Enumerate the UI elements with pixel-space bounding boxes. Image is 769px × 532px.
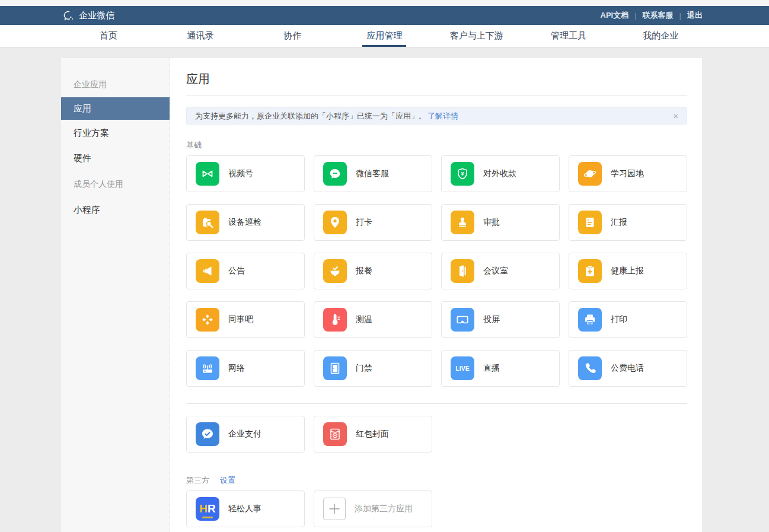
tab-contacts[interactable]: 通讯录 bbox=[154, 25, 246, 47]
app-card-red-packet-cover[interactable]: 红包封面 bbox=[314, 416, 432, 453]
app-card-device-inspection[interactable]: 设备巡检 bbox=[186, 204, 305, 241]
app-card-screen-cast[interactable]: 投屏 bbox=[441, 301, 560, 338]
sidebar-item-industry-solutions[interactable]: 行业方案 bbox=[61, 120, 170, 145]
sidebar-item-mini-programs[interactable]: 小程序 bbox=[61, 197, 170, 222]
topbar-links: API文档 | 联系客服 | 退出 bbox=[601, 10, 703, 21]
app-card-channels[interactable]: 视频号 bbox=[186, 155, 305, 192]
app-card-phone-call[interactable]: 公费电话 bbox=[569, 350, 687, 387]
section-divider bbox=[186, 403, 687, 404]
meal-bowl-icon bbox=[323, 259, 347, 283]
clipboard-plus-icon bbox=[578, 259, 602, 283]
app-label: 网络 bbox=[228, 363, 245, 374]
app-label: 微信客服 bbox=[356, 168, 389, 179]
app-card-colleagues-bar[interactable]: 同事吧 bbox=[186, 301, 305, 338]
app-card-learning-garden[interactable]: 学习园地 bbox=[569, 155, 687, 192]
phone-icon bbox=[578, 356, 602, 380]
sidebar-header-personal-use: 成员个人使用 bbox=[61, 171, 170, 197]
svg-text:¥: ¥ bbox=[461, 171, 464, 177]
tab-collaboration[interactable]: 协作 bbox=[247, 25, 339, 47]
hr-letter-r: R bbox=[208, 502, 216, 515]
red-packet-icon bbox=[323, 422, 347, 446]
tab-admin-tools[interactable]: 管理工具 bbox=[522, 25, 614, 47]
basic-label-text: 基础 bbox=[186, 140, 202, 151]
close-icon[interactable]: × bbox=[673, 111, 678, 121]
app-label: 公告 bbox=[228, 266, 245, 276]
app-label: 会议室 bbox=[483, 266, 508, 276]
app-card-external-payment[interactable]: ¥ 对外收款 bbox=[441, 155, 560, 192]
logout-link[interactable]: 退出 bbox=[687, 10, 703, 21]
api-docs-link[interactable]: API文档 bbox=[601, 10, 629, 21]
app-card-temperature[interactable]: 测温 bbox=[314, 301, 432, 338]
basic-apps-grid: 视频号 微信客服 ¥ 对外收款 学习园地 bbox=[186, 155, 687, 387]
easy-hr-icon: HR bbox=[196, 497, 219, 521]
wecom-logo-icon bbox=[62, 9, 75, 22]
separator: | bbox=[634, 11, 636, 20]
separator: | bbox=[679, 11, 681, 20]
stamp-icon bbox=[451, 211, 474, 234]
planet-icon bbox=[578, 162, 602, 186]
topbar: 企业微信 API文档 | 联系客服 | 退出 bbox=[0, 6, 769, 25]
hr-sub-bar bbox=[202, 517, 213, 518]
app-card-live[interactable]: LIVE 直播 bbox=[441, 350, 560, 387]
app-label: 报餐 bbox=[356, 266, 372, 276]
app-label: 轻松人事 bbox=[228, 504, 261, 514]
thermometer-icon bbox=[323, 308, 347, 332]
sidebar-item-hardware[interactable]: 硬件 bbox=[61, 145, 170, 171]
app-card-print[interactable]: 打印 bbox=[569, 301, 687, 338]
app-label: 审批 bbox=[483, 217, 500, 228]
app-card-network[interactable]: 网络 bbox=[186, 350, 305, 387]
app-card-meal-order[interactable]: 报餐 bbox=[314, 253, 432, 289]
basic-section-label: 基础 bbox=[186, 140, 687, 151]
learn-more-link[interactable]: 了解详情 bbox=[427, 111, 458, 122]
app-label: 同事吧 bbox=[228, 314, 253, 325]
device-inspect-icon bbox=[196, 211, 219, 234]
app-label: 打卡 bbox=[356, 217, 372, 228]
notice-text: 为支持更多能力，原企业关联添加的「小程序」已统一为「应用」。 bbox=[195, 111, 426, 122]
third-party-settings-link[interactable]: 设置 bbox=[220, 475, 235, 486]
third-party-section-label: 第三方 设置 bbox=[186, 475, 687, 486]
add-third-party-app-card[interactable]: 添加第三方应用 bbox=[314, 490, 432, 527]
app-card-enterprise-pay[interactable]: 企业支付 bbox=[186, 416, 305, 453]
app-card-health-report[interactable]: 健康上报 bbox=[569, 253, 687, 289]
content: 应用 为支持更多能力，原企业关联添加的「小程序」已统一为「应用」。 了解详情 ×… bbox=[170, 58, 702, 532]
tab-app-management[interactable]: 应用管理 bbox=[339, 25, 430, 47]
app-label: 汇报 bbox=[611, 217, 627, 228]
app-label: 投屏 bbox=[483, 314, 500, 325]
contact-support-link[interactable]: 联系客服 bbox=[643, 10, 674, 21]
sidebar-item-apps[interactable]: 应用 bbox=[61, 97, 170, 120]
tab-customers[interactable]: 客户与上下游 bbox=[430, 25, 522, 47]
printer-icon bbox=[578, 308, 602, 332]
app-card-check-in[interactable]: 打卡 bbox=[314, 204, 432, 241]
notice-banner: 为支持更多能力，原企业关联添加的「小程序」已统一为「应用」。 了解详情 × bbox=[186, 107, 687, 125]
tab-my-enterprise[interactable]: 我的企业 bbox=[615, 25, 707, 47]
svg-text:LIVE: LIVE bbox=[455, 365, 469, 372]
router-icon bbox=[196, 356, 219, 380]
plus-icon bbox=[323, 498, 346, 520]
app-card-announcement[interactable]: 公告 bbox=[186, 253, 305, 289]
brand-name: 企业微信 bbox=[79, 10, 114, 21]
add-third-party-label: 添加第三方应用 bbox=[355, 504, 413, 514]
app-label: 视频号 bbox=[228, 168, 253, 179]
page-title: 应用 bbox=[186, 58, 687, 96]
app-label: 门禁 bbox=[356, 363, 372, 374]
payment-apps-grid: 企业支付 红包封面 bbox=[186, 416, 687, 453]
app-card-door-access[interactable]: 门禁 bbox=[314, 350, 432, 387]
app-label: 学习园地 bbox=[611, 168, 644, 179]
app-card-easy-hr[interactable]: HR 轻松人事 bbox=[186, 490, 305, 527]
sidebar-header-enterprise-apps: 企业应用 bbox=[61, 71, 170, 97]
app-label: 对外收款 bbox=[483, 168, 516, 179]
tab-home[interactable]: 首页 bbox=[62, 25, 154, 47]
brand[interactable]: 企业微信 bbox=[62, 9, 114, 22]
app-card-wechat-kf[interactable]: 微信客服 bbox=[314, 155, 432, 192]
pinwheel-icon bbox=[196, 308, 219, 332]
door-open-icon bbox=[451, 259, 474, 283]
app-card-approval[interactable]: 审批 bbox=[441, 204, 560, 241]
wechat-pay-icon bbox=[196, 422, 219, 446]
shield-yen-icon: ¥ bbox=[451, 162, 474, 186]
app-card-report[interactable]: 汇报 bbox=[569, 204, 687, 241]
screen-cast-icon bbox=[451, 308, 474, 332]
third-party-apps-grid: HR 轻松人事 添加第三方应用 bbox=[186, 490, 687, 527]
app-card-meeting-room[interactable]: 会议室 bbox=[441, 253, 560, 289]
app-label: 健康上报 bbox=[611, 266, 644, 276]
sidebar: 企业应用 应用 行业方案 硬件 成员个人使用 小程序 bbox=[61, 58, 170, 532]
